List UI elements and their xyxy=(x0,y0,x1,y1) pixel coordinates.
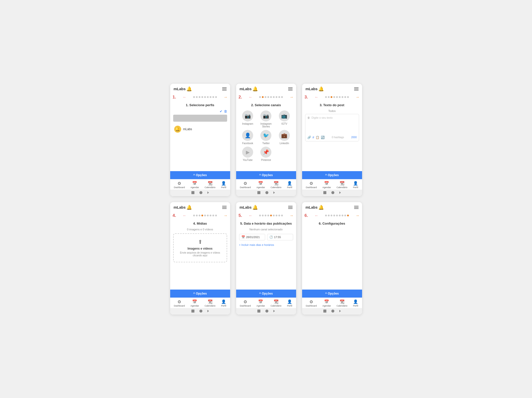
options-button[interactable]: ^ Opções xyxy=(302,171,362,179)
channel-igtv[interactable]: 📺 IGTV xyxy=(276,110,293,128)
logo: mLabs 🔔 xyxy=(240,86,258,92)
check-icon[interactable]: ✔ xyxy=(220,109,222,113)
nav-item-perfil[interactable]: 👤 Perfil xyxy=(353,181,358,189)
trash-icon[interactable]: 🗑 xyxy=(224,109,227,113)
android-home-btn[interactable] xyxy=(265,310,268,313)
channel-facebook[interactable]: 👤 Facebook xyxy=(239,130,256,145)
nav-arrow-right[interactable]: → xyxy=(223,213,227,218)
phone-header: mLabs 🔔 xyxy=(170,84,230,94)
profile-search-bar[interactable] xyxy=(173,115,227,122)
android-square-btn[interactable] xyxy=(257,310,260,313)
android-back-btn[interactable] xyxy=(339,191,341,194)
logo-icon: 🔔 xyxy=(186,86,192,92)
android-home-btn[interactable] xyxy=(331,310,334,313)
date-value: 28/01/2021 xyxy=(246,236,260,239)
nav-arrow-right[interactable]: → xyxy=(289,95,293,99)
nav-arrow-left[interactable]: ← xyxy=(249,213,253,218)
nav-item-perfil[interactable]: 👤 Perfil xyxy=(353,299,358,307)
nav-item-perfil[interactable]: 👤 Perfil xyxy=(221,181,226,189)
nav-arrow-left[interactable]: ← xyxy=(183,213,187,218)
channel-linkedin[interactable]: 💼 LinkedIn xyxy=(276,130,293,145)
android-square-btn[interactable] xyxy=(323,310,326,313)
nav-item-dashboard[interactable]: ⊙ Dashboard xyxy=(306,299,317,307)
nav-item-calendário[interactable]: 📆 Calendário xyxy=(271,299,282,307)
upload-box[interactable]: ⬆ Imagens e vídeos Envie arquivos de ima… xyxy=(173,233,227,262)
nav-item-dashboard[interactable]: ⊙ Dashboard xyxy=(240,299,251,307)
nav-item-agendar[interactable]: 📅 Agendar xyxy=(256,299,265,307)
trash-icon[interactable]: 🗑 xyxy=(307,116,310,119)
nav-item-calendário[interactable]: 📆 Calendário xyxy=(271,181,282,189)
step-title: 4. Mídias xyxy=(173,222,227,225)
nav-arrow-right[interactable]: → xyxy=(355,213,359,218)
date-field[interactable]: 📅 28/01/2021 xyxy=(239,234,265,240)
menu-icon[interactable] xyxy=(222,206,227,209)
nav-arrow-left[interactable]: ← xyxy=(315,213,319,218)
android-nav-bar xyxy=(302,190,362,196)
android-square-btn[interactable] xyxy=(257,191,260,194)
android-square-btn[interactable] xyxy=(191,310,194,313)
hashtag-icon[interactable]: # xyxy=(313,136,314,139)
android-back-btn[interactable] xyxy=(339,310,341,312)
channel-pinterest[interactable]: 📌 Pinterest xyxy=(257,147,275,161)
nav-item-dashboard[interactable]: ⊙ Dashboard xyxy=(174,181,185,189)
nav-item-agendar[interactable]: 📅 Agendar xyxy=(256,181,265,189)
android-home-btn[interactable] xyxy=(199,310,202,313)
nav-item-calendário[interactable]: 📆 Calendário xyxy=(205,181,216,189)
nav-arrow-right[interactable]: → xyxy=(289,213,293,218)
nav-item-agendar[interactable]: 📅 Agendar xyxy=(190,181,199,189)
android-home-btn[interactable] xyxy=(331,191,334,194)
nav-item-agendar[interactable]: 📅 Agendar xyxy=(322,181,331,189)
nav-item-perfil[interactable]: 👤 Perfil xyxy=(287,181,292,189)
options-button[interactable]: ^ Opções xyxy=(170,290,230,298)
android-back-btn[interactable] xyxy=(273,191,275,194)
nav-icon-perfil: 👤 xyxy=(287,181,292,186)
options-button[interactable]: ^ Opções xyxy=(236,171,296,179)
nav-arrow-right[interactable]: → xyxy=(355,95,359,99)
nav-item-agendar[interactable]: 📅 Agendar xyxy=(190,299,199,307)
options-button[interactable]: ^ Opções xyxy=(170,171,230,179)
android-back-btn[interactable] xyxy=(273,310,275,312)
android-home-btn[interactable] xyxy=(199,191,202,194)
nav-arrow-left[interactable]: ← xyxy=(183,95,187,99)
nav-item-agendar[interactable]: 📅 Agendar xyxy=(322,299,331,307)
nav-item-perfil[interactable]: 👤 Perfil xyxy=(287,299,292,307)
android-back-btn[interactable] xyxy=(207,191,209,194)
nav-label-dashboard: Dashboard xyxy=(174,305,185,307)
channel-twitter[interactable]: 🐦 Twitter xyxy=(257,130,275,145)
link-icon[interactable]: 🔗 xyxy=(307,136,311,139)
android-back-btn[interactable] xyxy=(207,310,209,312)
nav-item-calendário[interactable]: 📆 Calendário xyxy=(337,181,348,189)
menu-icon[interactable] xyxy=(354,87,359,90)
nav-arrow-left[interactable]: ← xyxy=(249,95,253,99)
refresh-icon[interactable]: 🔄 xyxy=(321,136,325,139)
menu-icon[interactable] xyxy=(222,87,227,90)
add-dates-button[interactable]: + Incluir mais dias e horários xyxy=(239,243,293,246)
menu-icon[interactable] xyxy=(288,87,293,90)
copy-icon[interactable]: 📋 xyxy=(316,136,319,139)
nav-label-agendar: Agendar xyxy=(190,305,199,307)
menu-icon[interactable] xyxy=(354,206,359,209)
channel-youtube[interactable]: ▶ YouTube xyxy=(239,147,256,161)
android-square-btn[interactable] xyxy=(323,191,326,194)
nav-arrow-left[interactable]: ← xyxy=(315,95,319,99)
time-field[interactable]: 🕐 17:55 xyxy=(267,234,293,240)
nav-item-calendário[interactable]: 📆 Calendário xyxy=(205,299,216,307)
android-square-btn[interactable] xyxy=(191,191,194,194)
channel-instagram[interactable]: 📷 Instagram xyxy=(239,110,256,128)
nav-arrow-right[interactable]: → xyxy=(223,95,227,99)
nav-item-dashboard[interactable]: ⊙ Dashboard xyxy=(306,181,317,189)
nav-label-calendário: Calendário xyxy=(271,305,282,307)
nav-item-dashboard[interactable]: ⊙ Dashboard xyxy=(240,181,251,189)
channel-icon: 💼 xyxy=(279,130,290,141)
android-home-btn[interactable] xyxy=(265,191,268,194)
nav-item-calendário[interactable]: 📆 Calendário xyxy=(337,299,348,307)
channel-instagram-stories[interactable]: 📷 Instagram Stories xyxy=(257,110,275,128)
nav-item-dashboard[interactable]: ⊙ Dashboard xyxy=(174,299,185,307)
step-dots xyxy=(325,215,349,216)
options-button[interactable]: ^ Opções xyxy=(302,290,362,298)
options-button[interactable]: ^ Opções xyxy=(236,290,296,298)
bottom-nav: ⊙ Dashboard 📅 Agendar 📆 Calendário 👤 Per… xyxy=(236,298,296,308)
menu-icon[interactable] xyxy=(288,206,293,209)
profile-item[interactable]: 🔔 mLabs xyxy=(173,124,227,134)
nav-item-perfil[interactable]: 👤 Perfil xyxy=(221,299,226,307)
